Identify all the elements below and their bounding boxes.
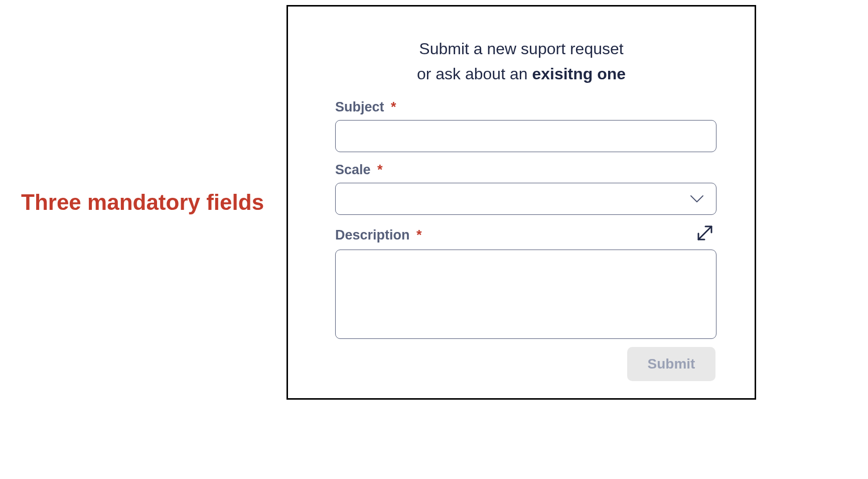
heading-line1: Submit a new suport requset [419, 40, 623, 58]
chevron-down-icon [690, 195, 704, 203]
scale-label: Scale * [335, 162, 383, 178]
expand-icon[interactable] [695, 223, 714, 243]
required-marker: * [391, 99, 396, 114]
heading-line2-prefix: or ask about an [417, 65, 532, 83]
subject-label: Subject * [335, 99, 396, 115]
annotation-label: Three mandatory fields [21, 190, 264, 215]
description-label: Description * [335, 227, 422, 243]
subject-input[interactable] [335, 120, 716, 152]
svg-line-0 [698, 226, 711, 240]
scale-select[interactable] [335, 183, 716, 215]
description-textarea[interactable] [335, 250, 716, 339]
submit-button[interactable]: Submit [627, 347, 715, 381]
subject-label-text: Subject [335, 99, 384, 114]
heading-line2-bold: exisitng one [532, 65, 626, 83]
support-form-panel: Submit a new suport requset or ask about… [286, 5, 756, 400]
required-marker: * [416, 227, 422, 243]
scale-label-text: Scale [335, 162, 371, 177]
description-label-text: Description [335, 227, 410, 243]
panel-heading: Submit a new suport requset or ask about… [288, 37, 755, 86]
required-marker: * [377, 162, 383, 177]
